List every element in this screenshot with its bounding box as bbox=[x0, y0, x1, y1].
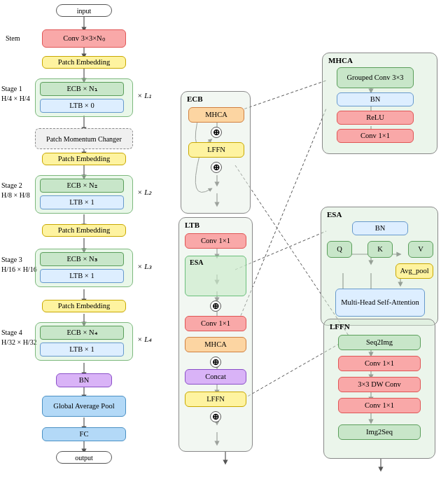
v-box: V bbox=[408, 241, 433, 258]
patch-emb1-box: Patch Embedding bbox=[42, 56, 126, 69]
q-box: Q bbox=[327, 241, 352, 258]
bn-mhca-box: BN bbox=[337, 92, 414, 106]
conv1x1-lffn2-box: Conv 1×1 bbox=[338, 398, 421, 413]
ecb3-box: ECB × N₃ bbox=[40, 252, 124, 266]
bn-esa-box: BN bbox=[352, 221, 408, 235]
conv1x1-mhca-box: Conv 1×1 bbox=[337, 129, 414, 143]
ecb-group: ECB MHCA ⊕ LFFN ⊕ bbox=[181, 91, 251, 214]
ltb3-box: LTB × 1 bbox=[40, 269, 124, 283]
stage4-group: ECB × N₄ LTB × 1 bbox=[35, 322, 133, 361]
lffn-bottom-arrow bbox=[374, 459, 388, 473]
ltb4-box: LTB × 1 bbox=[40, 343, 124, 357]
stage1-label: Stage 1 H/4 × H/4 bbox=[1, 84, 30, 104]
lffn-detail-group: LFFN Seq2Img Conv 1×1 3×3 DW Conv Conv 1… bbox=[323, 319, 435, 459]
k-box: K bbox=[368, 241, 393, 258]
xl3-label: × L₃ bbox=[137, 262, 151, 271]
output-node: output bbox=[56, 451, 112, 464]
conv1x1-top-box: Conv 1×1 bbox=[185, 233, 246, 249]
conv-stem-box: Conv 3×3×N₀ bbox=[42, 29, 126, 48]
lffn-ltb-box: LFFN bbox=[185, 392, 246, 407]
patch-emb3-box: Patch Embedding bbox=[42, 224, 126, 237]
ecb4-box: ECB × N₄ bbox=[40, 326, 124, 340]
ltb2-box: LTB × 1 bbox=[40, 195, 124, 209]
dw-conv-box: 3×3 DW Conv bbox=[338, 377, 421, 392]
ltb-group-label: LTB bbox=[185, 221, 200, 229]
ltb1-box: LTB × 0 bbox=[40, 99, 124, 113]
concat-box: Concat bbox=[185, 369, 246, 385]
patch-emb4-box: Patch Embedding bbox=[42, 300, 126, 312]
lffn-ecb-box: LFFN bbox=[188, 142, 244, 158]
diagram: input Stem Conv 3×3×N₀ Patch Embedding S… bbox=[0, 0, 448, 491]
esa-inner-label: ESA bbox=[190, 258, 203, 267]
avgpool-esa-box: Avg_pool bbox=[396, 263, 433, 279]
ecb1-box: ECB × N₁ bbox=[40, 82, 124, 96]
stage3-label: Stage 3 H/16 × H/16 bbox=[1, 255, 37, 275]
conv1x1-lffn1-box: Conv 1×1 bbox=[338, 356, 421, 371]
mhsa-esa-box: Multi-Head Self-Attention bbox=[335, 289, 425, 317]
grouped-conv-box: Grouped Conv 3×3 bbox=[337, 67, 414, 88]
stage3-group: ECB × N₃ LTB × 1 bbox=[35, 249, 133, 287]
img2seq-box: Img2Seq bbox=[338, 424, 421, 440]
stem-label: Stem bbox=[6, 34, 20, 43]
ltb-group: LTB Conv 1×1 ESA ⊕ Conv 1×1 MHCA ⊕ Conca… bbox=[178, 217, 253, 452]
esa-box: ESA bbox=[185, 256, 246, 296]
fc-box: FC bbox=[42, 427, 126, 441]
sum-mhca-ltb: ⊕ bbox=[210, 357, 221, 368]
esa-detail-group: ESA BN Q K V Avg_pool Multi-Head Self-At… bbox=[321, 207, 438, 326]
ltb-bottom-arrow bbox=[218, 452, 232, 466]
lffn-detail-label: LFFN bbox=[330, 322, 350, 331]
stage2-group: ECB × N₂ LTB × 1 bbox=[35, 175, 133, 214]
seq2img-box: Seq2Img bbox=[338, 335, 421, 350]
sum-lffn-ltb: ⊕ bbox=[210, 411, 221, 422]
stage1-group: ECB × N₁ LTB × 0 bbox=[35, 78, 133, 117]
relu-mhca-box: ReLU bbox=[337, 111, 414, 125]
gap-box: Global Average Pool bbox=[42, 396, 126, 417]
xl2-label: × L₂ bbox=[137, 188, 151, 197]
esa-detail-label: ESA bbox=[327, 210, 342, 219]
xl4-label: × L₄ bbox=[137, 335, 151, 344]
input-node: input bbox=[56, 4, 112, 17]
bn-box: BN bbox=[56, 373, 112, 387]
ecb-group-label: ECB bbox=[187, 95, 203, 103]
stage4-label: Stage 4 H/32 × H/32 bbox=[1, 328, 37, 347]
xl1-label: × L₁ bbox=[137, 91, 151, 100]
conv1x1-mid-box: Conv 1×1 bbox=[185, 316, 246, 331]
ecb2-box: ECB × N₂ bbox=[40, 179, 124, 193]
patch-momentum-box: Patch Momentum Changer bbox=[35, 128, 133, 149]
sum1-ecb: ⊕ bbox=[211, 127, 222, 138]
sum-esa: ⊕ bbox=[210, 300, 221, 312]
mhca-ecb-box: MHCA bbox=[188, 107, 244, 123]
stage2-label: Stage 2 H/8 × H/8 bbox=[1, 181, 30, 200]
patch-emb2-box: Patch Embedding bbox=[42, 153, 126, 165]
mhca-ltb-box: MHCA bbox=[185, 337, 246, 352]
sum2-ecb: ⊕ bbox=[211, 162, 222, 173]
mhca-detail-label: MHCA bbox=[328, 56, 353, 64]
mhca-detail-group: MHCA Grouped Conv 3×3 BN ReLU Conv 1×1 bbox=[322, 53, 438, 154]
